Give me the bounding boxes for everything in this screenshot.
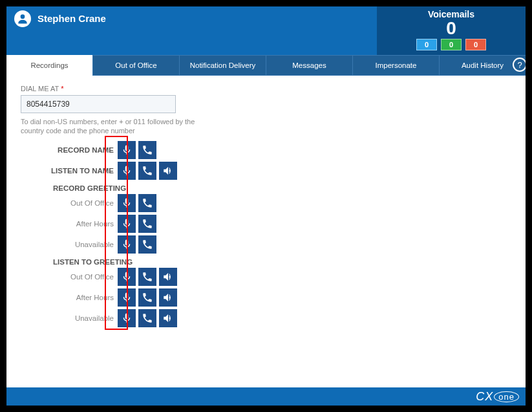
logo-one: one (494, 391, 519, 402)
rec-greet-afterhours-label: After Hours (21, 220, 118, 228)
content-area: DIAL ME AT * To dial non-US numbers, ent… (6, 76, 526, 387)
rec-greet-unavail-mic-button[interactable] (118, 235, 136, 254)
listen-greet-ooo-label: Out Of Office (21, 273, 118, 281)
phone-icon (142, 165, 153, 177)
user-name: Stephen Crane (37, 13, 106, 24)
badge-saved[interactable]: 0 (441, 39, 462, 50)
microphone-icon (121, 197, 133, 209)
microphone-icon (121, 239, 133, 250)
person-icon (16, 12, 29, 25)
rec-greet-unavail-phone-button[interactable] (138, 235, 156, 254)
tab-impersonate[interactable]: Impersonate (352, 55, 439, 76)
phone-icon (142, 197, 153, 209)
speaker-icon (162, 271, 174, 283)
tab-recordings[interactable]: Recordings (6, 55, 92, 76)
listen-greet-afterhours-mic-button[interactable] (118, 288, 136, 307)
rec-greet-afterhours-phone-button[interactable] (138, 215, 156, 233)
phone-icon (142, 271, 153, 283)
listen-greet-ooo-mic-button[interactable] (118, 268, 136, 286)
rec-greet-unavail-label: Unavailable (21, 241, 118, 248)
badge-new[interactable]: 0 (416, 39, 437, 50)
listen-name-phone-button[interactable] (138, 162, 156, 180)
dial-me-input[interactable] (21, 95, 176, 113)
record-name-mic-button[interactable] (118, 141, 136, 159)
listen-greet-afterhours-phone-button[interactable] (138, 288, 156, 307)
microphone-icon (121, 144, 133, 156)
phone-icon (142, 292, 153, 303)
rec-greet-afterhours-mic-button[interactable] (118, 215, 136, 233)
listen-greet-unavail-mic-button[interactable] (118, 309, 136, 327)
avatar[interactable] (14, 10, 31, 27)
microphone-icon (121, 271, 133, 283)
speaker-icon (162, 312, 174, 324)
record-greeting-title: RECORD GREETING (21, 184, 511, 192)
listen-greet-ooo-phone-button[interactable] (138, 268, 156, 286)
listen-greet-ooo-speaker-button[interactable] (159, 268, 177, 286)
voicemails-count: 0 (377, 19, 526, 38)
phone-icon (142, 312, 153, 324)
svg-point-0 (21, 14, 25, 19)
listen-greet-afterhours-speaker-button[interactable] (159, 288, 177, 307)
rec-greet-ooo-label: Out Of Office (21, 199, 118, 207)
phone-icon (142, 144, 153, 156)
listen-greeting-title: LISTEN TO GREETING (21, 258, 511, 266)
help-button[interactable]: ? (513, 58, 527, 72)
phone-icon (142, 239, 153, 250)
microphone-icon (121, 165, 133, 177)
record-name-label: RECORD NAME (21, 146, 118, 154)
listen-greet-unavail-phone-button[interactable] (138, 309, 156, 327)
tabs-bar: Recordings Out of Office Notification De… (6, 55, 526, 76)
listen-greet-unavail-label: Unavailable (21, 314, 118, 322)
badge-urgent[interactable]: 0 (465, 39, 486, 50)
listen-to-name-label: LISTEN TO NAME (21, 167, 118, 175)
voicemails-panel: Voicemails 0 0 0 0 (377, 6, 526, 55)
listen-name-mic-button[interactable] (118, 162, 136, 180)
dial-me-label-text: DIAL ME AT (21, 85, 59, 92)
rec-greet-ooo-mic-button[interactable] (118, 194, 136, 212)
speaker-icon (162, 165, 174, 177)
phone-icon (142, 218, 153, 230)
listen-name-speaker-button[interactable] (159, 162, 177, 180)
listen-greet-unavail-speaker-button[interactable] (159, 309, 177, 327)
tab-out-of-office[interactable]: Out of Office (92, 55, 179, 76)
tab-notification-delivery[interactable]: Notification Delivery (179, 55, 266, 76)
required-mark: * (61, 85, 63, 92)
logo-cx: CX (476, 390, 493, 404)
tab-messages[interactable]: Messages (266, 55, 352, 76)
dial-me-label: DIAL ME AT * (21, 85, 511, 92)
rec-greet-ooo-phone-button[interactable] (138, 194, 156, 212)
listen-greet-afterhours-label: After Hours (21, 294, 118, 301)
dial-hint: To dial non-US numbers, enter + or 011 f… (21, 117, 202, 135)
microphone-icon (121, 218, 133, 230)
speaker-icon (162, 292, 174, 303)
microphone-icon (121, 312, 133, 324)
voicemails-badges: 0 0 0 (377, 39, 526, 50)
record-name-phone-button[interactable] (138, 141, 156, 159)
user-area: Stephen Crane (6, 6, 377, 55)
cxone-logo: CXone (476, 390, 519, 404)
footer-bar: CXone (6, 387, 526, 406)
header-bar: Stephen Crane Voicemails 0 0 0 0 (6, 6, 526, 55)
microphone-icon (121, 292, 133, 303)
